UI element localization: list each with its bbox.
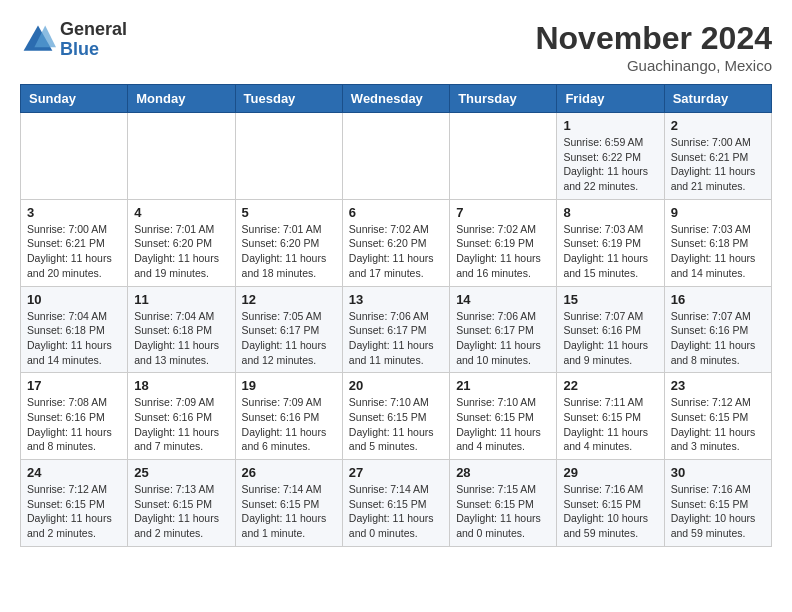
day-info: Sunrise: 7:09 AM Sunset: 6:16 PM Dayligh… [242, 395, 336, 454]
day-info: Sunrise: 7:11 AM Sunset: 6:15 PM Dayligh… [563, 395, 657, 454]
day-info: Sunrise: 7:10 AM Sunset: 6:15 PM Dayligh… [349, 395, 443, 454]
day-number: 15 [563, 292, 657, 307]
day-info: Sunrise: 7:05 AM Sunset: 6:17 PM Dayligh… [242, 309, 336, 368]
location-subtitle: Guachinango, Mexico [535, 57, 772, 74]
day-number: 13 [349, 292, 443, 307]
calendar-day-cell: 14Sunrise: 7:06 AM Sunset: 6:17 PM Dayli… [450, 286, 557, 373]
calendar-day-cell: 12Sunrise: 7:05 AM Sunset: 6:17 PM Dayli… [235, 286, 342, 373]
calendar-day-cell [450, 113, 557, 200]
calendar-week-row: 1Sunrise: 6:59 AM Sunset: 6:22 PM Daylig… [21, 113, 772, 200]
calendar-day-cell: 18Sunrise: 7:09 AM Sunset: 6:16 PM Dayli… [128, 373, 235, 460]
day-info: Sunrise: 7:03 AM Sunset: 6:19 PM Dayligh… [563, 222, 657, 281]
day-number: 8 [563, 205, 657, 220]
page-header: General Blue November 2024 Guachinango, … [20, 20, 772, 74]
calendar-header-row: SundayMondayTuesdayWednesdayThursdayFrid… [21, 85, 772, 113]
day-info: Sunrise: 7:02 AM Sunset: 6:20 PM Dayligh… [349, 222, 443, 281]
day-number: 27 [349, 465, 443, 480]
day-number: 4 [134, 205, 228, 220]
calendar-day-cell: 6Sunrise: 7:02 AM Sunset: 6:20 PM Daylig… [342, 199, 449, 286]
day-info: Sunrise: 7:12 AM Sunset: 6:15 PM Dayligh… [671, 395, 765, 454]
calendar-day-cell: 19Sunrise: 7:09 AM Sunset: 6:16 PM Dayli… [235, 373, 342, 460]
day-info: Sunrise: 7:01 AM Sunset: 6:20 PM Dayligh… [134, 222, 228, 281]
calendar-day-cell: 7Sunrise: 7:02 AM Sunset: 6:19 PM Daylig… [450, 199, 557, 286]
day-info: Sunrise: 7:09 AM Sunset: 6:16 PM Dayligh… [134, 395, 228, 454]
day-number: 11 [134, 292, 228, 307]
day-info: Sunrise: 7:07 AM Sunset: 6:16 PM Dayligh… [671, 309, 765, 368]
day-number: 26 [242, 465, 336, 480]
day-number: 29 [563, 465, 657, 480]
calendar-day-cell: 4Sunrise: 7:01 AM Sunset: 6:20 PM Daylig… [128, 199, 235, 286]
calendar-day-cell: 29Sunrise: 7:16 AM Sunset: 6:15 PM Dayli… [557, 460, 664, 547]
day-number: 20 [349, 378, 443, 393]
day-info: Sunrise: 7:14 AM Sunset: 6:15 PM Dayligh… [349, 482, 443, 541]
day-info: Sunrise: 7:00 AM Sunset: 6:21 PM Dayligh… [27, 222, 121, 281]
day-info: Sunrise: 7:15 AM Sunset: 6:15 PM Dayligh… [456, 482, 550, 541]
calendar-day-header: Friday [557, 85, 664, 113]
calendar-day-cell: 13Sunrise: 7:06 AM Sunset: 6:17 PM Dayli… [342, 286, 449, 373]
calendar-day-cell [128, 113, 235, 200]
day-info: Sunrise: 7:02 AM Sunset: 6:19 PM Dayligh… [456, 222, 550, 281]
day-info: Sunrise: 7:13 AM Sunset: 6:15 PM Dayligh… [134, 482, 228, 541]
title-area: November 2024 Guachinango, Mexico [535, 20, 772, 74]
calendar-day-cell: 8Sunrise: 7:03 AM Sunset: 6:19 PM Daylig… [557, 199, 664, 286]
day-number: 22 [563, 378, 657, 393]
day-number: 2 [671, 118, 765, 133]
calendar-day-header: Wednesday [342, 85, 449, 113]
day-number: 24 [27, 465, 121, 480]
day-info: Sunrise: 7:14 AM Sunset: 6:15 PM Dayligh… [242, 482, 336, 541]
logo-icon [20, 22, 56, 58]
day-info: Sunrise: 7:08 AM Sunset: 6:16 PM Dayligh… [27, 395, 121, 454]
day-number: 16 [671, 292, 765, 307]
day-info: Sunrise: 7:07 AM Sunset: 6:16 PM Dayligh… [563, 309, 657, 368]
month-title: November 2024 [535, 20, 772, 57]
logo: General Blue [20, 20, 127, 60]
calendar-day-cell: 23Sunrise: 7:12 AM Sunset: 6:15 PM Dayli… [664, 373, 771, 460]
calendar-week-row: 17Sunrise: 7:08 AM Sunset: 6:16 PM Dayli… [21, 373, 772, 460]
day-number: 10 [27, 292, 121, 307]
day-number: 7 [456, 205, 550, 220]
calendar-week-row: 10Sunrise: 7:04 AM Sunset: 6:18 PM Dayli… [21, 286, 772, 373]
calendar-day-header: Monday [128, 85, 235, 113]
day-info: Sunrise: 7:01 AM Sunset: 6:20 PM Dayligh… [242, 222, 336, 281]
calendar-day-cell: 1Sunrise: 6:59 AM Sunset: 6:22 PM Daylig… [557, 113, 664, 200]
day-info: Sunrise: 7:04 AM Sunset: 6:18 PM Dayligh… [27, 309, 121, 368]
day-info: Sunrise: 7:00 AM Sunset: 6:21 PM Dayligh… [671, 135, 765, 194]
calendar-day-cell: 11Sunrise: 7:04 AM Sunset: 6:18 PM Dayli… [128, 286, 235, 373]
calendar-week-row: 24Sunrise: 7:12 AM Sunset: 6:15 PM Dayli… [21, 460, 772, 547]
calendar-day-cell: 26Sunrise: 7:14 AM Sunset: 6:15 PM Dayli… [235, 460, 342, 547]
day-number: 28 [456, 465, 550, 480]
day-number: 12 [242, 292, 336, 307]
day-number: 5 [242, 205, 336, 220]
day-info: Sunrise: 7:12 AM Sunset: 6:15 PM Dayligh… [27, 482, 121, 541]
calendar-day-cell [342, 113, 449, 200]
day-number: 18 [134, 378, 228, 393]
day-number: 9 [671, 205, 765, 220]
calendar-day-cell: 25Sunrise: 7:13 AM Sunset: 6:15 PM Dayli… [128, 460, 235, 547]
calendar-day-cell: 30Sunrise: 7:16 AM Sunset: 6:15 PM Dayli… [664, 460, 771, 547]
day-info: Sunrise: 7:04 AM Sunset: 6:18 PM Dayligh… [134, 309, 228, 368]
day-info: Sunrise: 7:10 AM Sunset: 6:15 PM Dayligh… [456, 395, 550, 454]
calendar-day-cell: 28Sunrise: 7:15 AM Sunset: 6:15 PM Dayli… [450, 460, 557, 547]
calendar-day-cell: 24Sunrise: 7:12 AM Sunset: 6:15 PM Dayli… [21, 460, 128, 547]
calendar-day-cell: 20Sunrise: 7:10 AM Sunset: 6:15 PM Dayli… [342, 373, 449, 460]
calendar-day-header: Thursday [450, 85, 557, 113]
day-number: 21 [456, 378, 550, 393]
calendar-day-cell: 16Sunrise: 7:07 AM Sunset: 6:16 PM Dayli… [664, 286, 771, 373]
calendar-day-cell: 3Sunrise: 7:00 AM Sunset: 6:21 PM Daylig… [21, 199, 128, 286]
calendar-day-cell: 22Sunrise: 7:11 AM Sunset: 6:15 PM Dayli… [557, 373, 664, 460]
calendar-day-cell: 27Sunrise: 7:14 AM Sunset: 6:15 PM Dayli… [342, 460, 449, 547]
day-number: 3 [27, 205, 121, 220]
calendar-day-cell: 5Sunrise: 7:01 AM Sunset: 6:20 PM Daylig… [235, 199, 342, 286]
logo-text: General Blue [60, 20, 127, 60]
day-number: 6 [349, 205, 443, 220]
calendar-day-cell: 17Sunrise: 7:08 AM Sunset: 6:16 PM Dayli… [21, 373, 128, 460]
day-info: Sunrise: 7:16 AM Sunset: 6:15 PM Dayligh… [671, 482, 765, 541]
calendar-day-header: Saturday [664, 85, 771, 113]
calendar-day-cell [21, 113, 128, 200]
day-info: Sunrise: 6:59 AM Sunset: 6:22 PM Dayligh… [563, 135, 657, 194]
day-info: Sunrise: 7:03 AM Sunset: 6:18 PM Dayligh… [671, 222, 765, 281]
calendar-day-cell: 2Sunrise: 7:00 AM Sunset: 6:21 PM Daylig… [664, 113, 771, 200]
day-number: 25 [134, 465, 228, 480]
calendar-day-cell: 9Sunrise: 7:03 AM Sunset: 6:18 PM Daylig… [664, 199, 771, 286]
calendar-table: SundayMondayTuesdayWednesdayThursdayFrid… [20, 84, 772, 547]
